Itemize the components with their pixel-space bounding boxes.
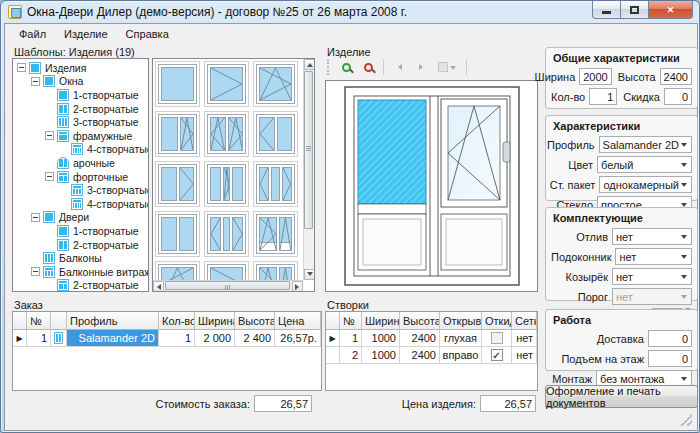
order-table-row[interactable]: ▶1Salamander 2D12 0002 40026,57р. xyxy=(13,330,321,347)
scroll-right-button[interactable] xyxy=(292,281,303,292)
chevron-down-icon xyxy=(681,143,687,150)
tree-node-icon xyxy=(71,198,83,210)
tree-expander-icon[interactable] xyxy=(31,267,40,276)
tree-node-icon xyxy=(57,225,69,237)
template-thumbnail[interactable] xyxy=(253,211,298,257)
vertical-scroll-thumb[interactable] xyxy=(304,71,313,229)
sashes-table-row[interactable]: ▶110002400глухаянет xyxy=(326,330,537,347)
group-characteristics-title: Характеристики xyxy=(553,120,692,132)
tree-expander-icon[interactable] xyxy=(31,213,40,222)
tree-item[interactable]: Изделия xyxy=(13,61,148,75)
resize-grip[interactable] xyxy=(680,414,692,426)
template-thumbnail[interactable] xyxy=(155,211,200,257)
menu-item-1[interactable]: Изделие xyxy=(55,25,117,43)
close-button[interactable]: ✕ xyxy=(648,1,693,19)
tree-item[interactable]: Балконы xyxy=(13,251,148,265)
scroll-down-button[interactable] xyxy=(304,269,315,280)
prev-button[interactable] xyxy=(389,57,409,77)
order-table[interactable]: №ПрофильКол-воШиринаВысотаЦена▶1Salamand… xyxy=(12,311,322,391)
horizontal-scroll-thumb[interactable] xyxy=(165,281,290,290)
product-drawing-canvas[interactable] xyxy=(325,80,538,292)
thumbnails-vertical-scrollbar[interactable] xyxy=(303,59,314,280)
scroll-left-button[interactable] xyxy=(153,281,164,292)
tree-item[interactable]: 3-створчатые xyxy=(13,115,148,129)
delivery-field[interactable]: 0 xyxy=(648,330,692,347)
print-documents-button[interactable]: Оформление и печать документов xyxy=(545,385,698,408)
tree-item[interactable]: форточные xyxy=(13,170,148,184)
lift-label: Подъем на этаж xyxy=(561,353,644,365)
height-label: Высота xyxy=(618,71,656,83)
template-thumbnail[interactable] xyxy=(253,111,298,157)
chevron-down-icon xyxy=(681,255,687,262)
template-thumbnail[interactable] xyxy=(204,61,249,107)
tree-item[interactable]: 1-створчатые xyxy=(13,224,148,238)
tree-item-label: Изделия xyxy=(45,62,86,74)
maximize-icon xyxy=(630,6,639,14)
tree-item[interactable]: Окна xyxy=(13,75,148,89)
zoom-in-button[interactable] xyxy=(336,57,356,77)
toolbar-grip[interactable] xyxy=(327,59,331,75)
thumbnails-horizontal-scrollbar[interactable] xyxy=(153,280,303,291)
sashes-table[interactable]: №ШиринаВысотаОткрыв.Откид.Сетка▶11000240… xyxy=(325,311,538,391)
current-row-icon: ▶ xyxy=(329,334,335,343)
tree-expander-icon[interactable] xyxy=(17,63,26,72)
undefined-combo[interactable]: нет xyxy=(612,228,692,245)
scroll-up-button[interactable] xyxy=(304,59,315,70)
undefined-combo[interactable]: Salamander 2D xyxy=(599,136,692,153)
template-thumbnail[interactable] xyxy=(253,61,298,107)
template-thumbnail[interactable] xyxy=(253,161,298,207)
menu-item-0[interactable]: Файл xyxy=(10,25,55,43)
next-button[interactable] xyxy=(411,57,431,77)
tree-item[interactable]: 4-створчатые xyxy=(13,197,148,211)
prev-icon xyxy=(395,64,402,70)
sashes-table-row[interactable]: 210002400вправо✓нет xyxy=(326,347,537,364)
undefined-combo[interactable]: нет xyxy=(612,268,692,285)
lift-field[interactable]: 0 xyxy=(648,350,692,367)
tilt-checkbox-checked[interactable]: ✓ xyxy=(491,349,503,361)
menu-item-2[interactable]: Справка xyxy=(117,25,178,43)
zoom-out-button[interactable] xyxy=(358,57,378,77)
minimize-button[interactable] xyxy=(592,1,621,19)
qty-field[interactable]: 1 xyxy=(589,88,617,105)
client-area: ФайлИзделиеСправка Шаблоны: Изделия (19)… xyxy=(4,23,698,431)
tilt-checkbox-unchecked[interactable] xyxy=(491,332,503,344)
view-mode-button[interactable] xyxy=(433,57,461,77)
template-thumbnail[interactable] xyxy=(155,61,200,107)
undefined-label: Ст. пакет xyxy=(550,179,596,191)
template-thumbnail[interactable] xyxy=(204,161,249,207)
tree-item[interactable]: 2-створчатые xyxy=(13,279,148,293)
tree-node-icon xyxy=(57,171,69,183)
zoom-in-icon xyxy=(342,63,351,72)
undefined-combo[interactable]: нет xyxy=(615,248,692,265)
templates-thumbnails-panel xyxy=(152,58,315,292)
maximize-button[interactable] xyxy=(621,1,648,19)
tree-node-icon xyxy=(57,157,69,169)
current-row-icon: ▶ xyxy=(16,334,22,343)
tree-item[interactable]: 2-створчатые xyxy=(13,102,148,116)
template-thumbnail[interactable] xyxy=(155,111,200,157)
tree-item[interactable]: 3-створчатые xyxy=(13,183,148,197)
title-bar[interactable]: Окна-Двери Дилер (демо-версия) - договор… xyxy=(1,1,700,23)
tree-item[interactable]: 2-створчатые xyxy=(13,238,148,252)
tree-expander-icon[interactable] xyxy=(45,172,54,181)
width-field[interactable]: 2000 xyxy=(579,68,611,85)
tree-item[interactable]: фрамужные xyxy=(13,129,148,143)
tree-item[interactable]: Двери xyxy=(13,211,148,225)
template-thumbnail[interactable] xyxy=(204,111,249,157)
tree-item[interactable]: арочные xyxy=(13,156,148,170)
tree-node-icon xyxy=(57,130,69,142)
height-field[interactable]: 2400 xyxy=(660,68,692,85)
tree-item[interactable]: 1-створчатые xyxy=(13,88,148,102)
tree-expander-icon[interactable] xyxy=(31,77,40,86)
tree-item[interactable]: 4-створчатые xyxy=(13,143,148,157)
tree-node-icon xyxy=(57,89,69,101)
template-thumbnail[interactable] xyxy=(155,161,200,207)
zoom-out-icon xyxy=(364,63,373,72)
discount-field[interactable]: 0 xyxy=(664,88,692,105)
order-header: Заказ xyxy=(14,299,43,311)
tree-expander-icon[interactable] xyxy=(45,131,54,140)
chevron-down-icon xyxy=(681,235,687,242)
tree-item[interactable]: Балконные витражи xyxy=(13,265,148,279)
undefined-combo[interactable]: однокамерный xyxy=(599,176,692,193)
undefined-combo[interactable]: белый xyxy=(597,156,692,173)
